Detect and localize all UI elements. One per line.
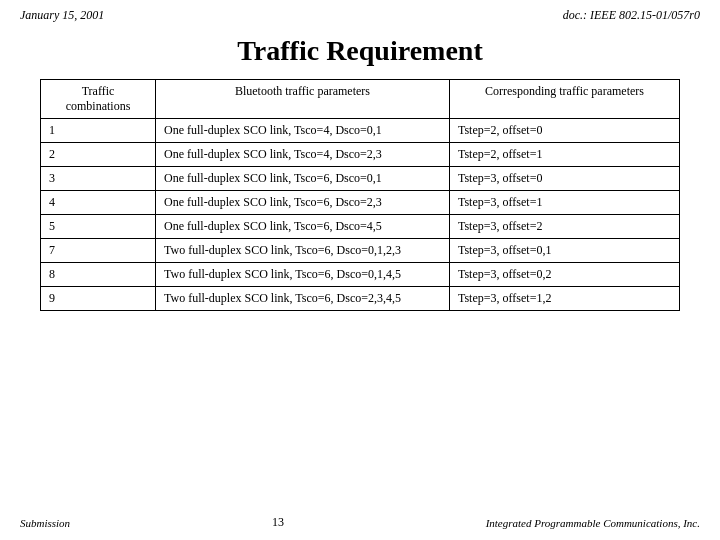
cell-corresponding: Tstep=3, offset=0 xyxy=(449,167,679,191)
cell-corresponding: Tstep=3, offset=1,2 xyxy=(449,287,679,311)
cell-corresponding: Tstep=2, offset=1 xyxy=(449,143,679,167)
cell-bluetooth: One full-duplex SCO link, Tsco=6, Dsco=2… xyxy=(156,191,450,215)
cell-id: 7 xyxy=(41,239,156,263)
traffic-table: Traffic combinations Bluetooth traffic p… xyxy=(40,79,680,311)
col-header-bluetooth: Bluetooth traffic parameters xyxy=(156,80,450,119)
cell-id: 9 xyxy=(41,287,156,311)
footer-right: Integrated Programmable Communications, … xyxy=(486,517,700,529)
cell-id: 1 xyxy=(41,119,156,143)
cell-id: 4 xyxy=(41,191,156,215)
table-row: 7Two full-duplex SCO link, Tsco=6, Dsco=… xyxy=(41,239,680,263)
cell-corresponding: Tstep=3, offset=0,2 xyxy=(449,263,679,287)
cell-bluetooth: One full-duplex SCO link, Tsco=6, Dsco=0… xyxy=(156,167,450,191)
cell-corresponding: Tstep=3, offset=0,1 xyxy=(449,239,679,263)
table-row: 4One full-duplex SCO link, Tsco=6, Dsco=… xyxy=(41,191,680,215)
table-row: 9Two full-duplex SCO link, Tsco=6, Dsco=… xyxy=(41,287,680,311)
footer-page: 13 xyxy=(272,515,284,530)
cell-id: 3 xyxy=(41,167,156,191)
page-title: Traffic Requirement xyxy=(0,27,720,79)
table-header-row: Traffic combinations Bluetooth traffic p… xyxy=(41,80,680,119)
cell-corresponding: Tstep=3, offset=1 xyxy=(449,191,679,215)
cell-id: 2 xyxy=(41,143,156,167)
header-doc: doc.: IEEE 802.15-01/057r0 xyxy=(563,8,700,23)
cell-corresponding: Tstep=2, offset=0 xyxy=(449,119,679,143)
table-row: 3One full-duplex SCO link, Tsco=6, Dsco=… xyxy=(41,167,680,191)
cell-bluetooth: One full-duplex SCO link, Tsco=4, Dsco=2… xyxy=(156,143,450,167)
table-row: 1One full-duplex SCO link, Tsco=4, Dsco=… xyxy=(41,119,680,143)
footer-left: Submission xyxy=(20,517,70,529)
cell-id: 5 xyxy=(41,215,156,239)
col-header-combinations: Traffic combinations xyxy=(41,80,156,119)
table-row: 2One full-duplex SCO link, Tsco=4, Dsco=… xyxy=(41,143,680,167)
cell-bluetooth: Two full-duplex SCO link, Tsco=6, Dsco=2… xyxy=(156,287,450,311)
header-date: January 15, 2001 xyxy=(20,8,104,23)
cell-bluetooth: One full-duplex SCO link, Tsco=6, Dsco=4… xyxy=(156,215,450,239)
header-bar: January 15, 2001 doc.: IEEE 802.15-01/05… xyxy=(0,0,720,27)
cell-bluetooth: Two full-duplex SCO link, Tsco=6, Dsco=0… xyxy=(156,239,450,263)
col-header-corresponding: Corresponding traffic parameters xyxy=(449,80,679,119)
footer-bar: Submission 13 Integrated Programmable Co… xyxy=(0,507,720,534)
table-row: 8Two full-duplex SCO link, Tsco=6, Dsco=… xyxy=(41,263,680,287)
table-row: 5One full-duplex SCO link, Tsco=6, Dsco=… xyxy=(41,215,680,239)
cell-bluetooth: Two full-duplex SCO link, Tsco=6, Dsco=0… xyxy=(156,263,450,287)
cell-id: 8 xyxy=(41,263,156,287)
table-container: Traffic combinations Bluetooth traffic p… xyxy=(0,79,720,311)
cell-bluetooth: One full-duplex SCO link, Tsco=4, Dsco=0… xyxy=(156,119,450,143)
cell-corresponding: Tstep=3, offset=2 xyxy=(449,215,679,239)
